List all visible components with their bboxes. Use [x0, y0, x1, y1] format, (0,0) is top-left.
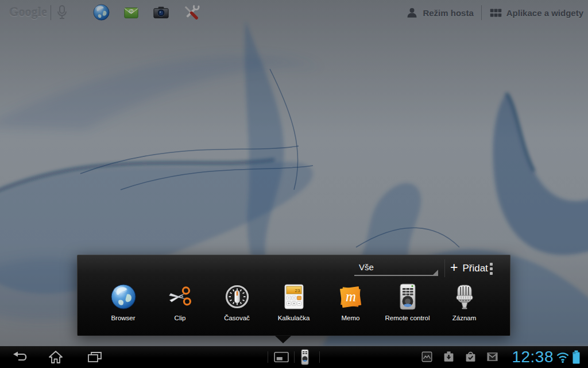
dock-app-clip[interactable]: Clip [152, 283, 208, 321]
dock-app-label: Záznam [452, 315, 477, 321]
market-notification[interactable] [465, 351, 477, 363]
back-button[interactable] [11, 350, 31, 365]
recents-button[interactable] [86, 350, 106, 365]
timer-icon [223, 283, 251, 310]
filter-spinner-value: Vše [359, 262, 374, 272]
dock-app-timer[interactable]: Časovač [208, 283, 265, 321]
recents-icon [86, 350, 103, 365]
dock-app-recorder[interactable]: Záznam [436, 283, 493, 321]
screen: Google [0, 0, 588, 368]
dock-app-label: Kalkulačka [278, 315, 310, 321]
dock-panel: Vše + Přidat Browser [77, 255, 510, 336]
status-area[interactable]: 12:38 [506, 347, 581, 367]
dock-app-label: Clip [175, 315, 186, 321]
remote-control-button[interactable] [300, 349, 310, 365]
download-icon [443, 351, 455, 363]
gmail-notification[interactable] [486, 351, 498, 363]
dock-app-label: Browser [111, 315, 135, 321]
overflow-dot [490, 267, 493, 270]
overflow-menu-button[interactable] [483, 260, 498, 277]
download-notification[interactable] [443, 351, 455, 363]
dock-app-calculator[interactable]: 23 [265, 283, 322, 321]
notification-area [421, 351, 498, 363]
svg-text:m: m [345, 289, 355, 304]
screenshot-button[interactable] [273, 351, 290, 363]
microphone-icon [451, 283, 478, 310]
dock-pointer [275, 336, 291, 343]
gmail-icon [486, 351, 498, 363]
dock-app-label: Memo [342, 315, 360, 321]
gallery-notification[interactable] [421, 351, 433, 363]
overflow-dot [490, 263, 493, 266]
back-icon [11, 350, 30, 365]
remote-icon [300, 349, 310, 365]
memo-icon: m [337, 283, 365, 310]
screenshot-icon [273, 351, 290, 363]
remote-icon [394, 283, 421, 310]
add-button[interactable]: + Přidat [450, 259, 488, 277]
sysbar-divider [294, 351, 295, 363]
dock-app-list: Browser Clip [78, 283, 510, 321]
dock-app-browser[interactable]: Browser [95, 283, 152, 321]
sysbar-divider [319, 351, 320, 363]
dock-app-remote-control[interactable]: Remote control [379, 283, 436, 321]
spinner-corner-icon [433, 270, 438, 275]
dock-app-label: Remote control [385, 315, 430, 321]
filter-spinner[interactable]: Vše [354, 260, 438, 276]
dock-header-divider [444, 259, 445, 277]
bag-check-icon [465, 351, 477, 363]
globe-icon [110, 283, 137, 310]
calculator-icon: 23 [280, 283, 308, 310]
home-icon [47, 350, 64, 365]
plus-icon: + [450, 261, 458, 274]
gallery-icon [421, 351, 433, 363]
wifi-icon [555, 350, 570, 365]
overflow-dot [490, 272, 493, 275]
dock-app-memo[interactable]: m Memo [322, 283, 379, 321]
sysbar-divider [268, 351, 268, 363]
dock-app-label: Časovač [224, 315, 250, 321]
system-bar: 12:38 [0, 346, 588, 368]
svg-text:23: 23 [295, 288, 300, 293]
scissors-icon [167, 283, 194, 310]
clock: 12:38 [506, 348, 554, 366]
battery-icon [571, 349, 581, 365]
home-button[interactable] [47, 350, 67, 365]
